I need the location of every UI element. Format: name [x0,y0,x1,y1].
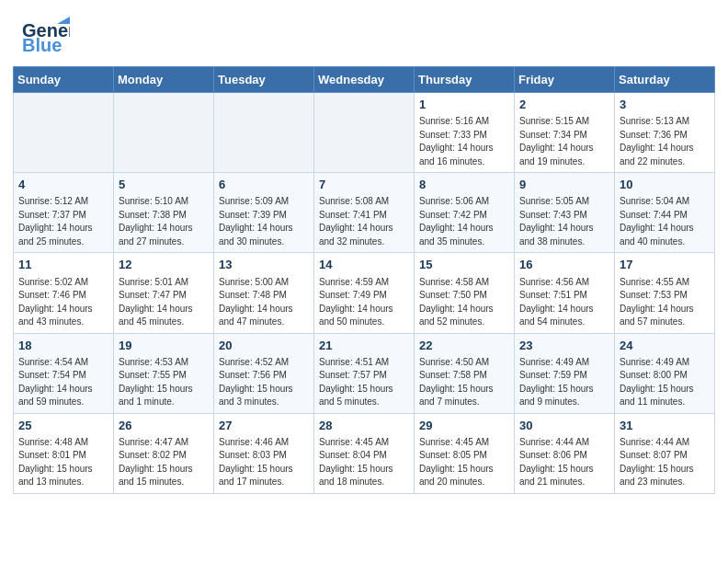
day-number: 26 [119,418,209,434]
day-number: 15 [419,257,509,273]
day-number: 6 [219,177,309,193]
weekday-header-tuesday: Tuesday [214,67,314,93]
weekday-header-row: SundayMondayTuesdayWednesdayThursdayFrid… [14,67,715,93]
logo: General Blue [22,17,70,59]
day-number: 22 [419,338,509,354]
day-number: 5 [119,177,209,193]
day-number: 28 [319,418,409,434]
day-info: Sunrise: 4:55 AMSunset: 7:53 PMDaylight:… [620,276,710,329]
calendar-week-row: 1Sunrise: 5:16 AMSunset: 7:33 PMDaylight… [14,93,715,173]
day-number: 14 [319,257,409,273]
calendar-week-row: 18Sunrise: 4:54 AMSunset: 7:54 PMDayligh… [14,333,715,413]
calendar-cell: 12Sunrise: 5:01 AMSunset: 7:47 PMDayligh… [114,253,214,333]
calendar-cell: 5Sunrise: 5:10 AMSunset: 7:38 PMDaylight… [114,173,214,253]
day-number: 29 [419,418,509,434]
day-info: Sunrise: 5:12 AMSunset: 7:37 PMDaylight:… [18,195,108,248]
day-number: 11 [18,257,108,273]
day-info: Sunrise: 5:16 AMSunset: 7:33 PMDaylight:… [419,115,509,168]
weekday-header-monday: Monday [114,67,214,93]
day-info: Sunrise: 5:00 AMSunset: 7:48 PMDaylight:… [219,276,309,329]
calendar-cell: 24Sunrise: 4:49 AMSunset: 8:00 PMDayligh… [615,333,715,413]
day-info: Sunrise: 4:44 AMSunset: 8:06 PMDaylight:… [519,436,609,489]
calendar-cell: 2Sunrise: 5:15 AMSunset: 7:34 PMDaylight… [515,93,615,173]
calendar-cell: 25Sunrise: 4:48 AMSunset: 8:01 PMDayligh… [14,413,114,493]
day-number: 20 [219,338,309,354]
day-number: 31 [620,418,710,434]
calendar-cell: 6Sunrise: 5:09 AMSunset: 7:39 PMDaylight… [214,173,314,253]
calendar-cell: 17Sunrise: 4:55 AMSunset: 7:53 PMDayligh… [615,253,715,333]
calendar-cell [14,93,114,173]
day-number: 9 [519,177,609,193]
day-info: Sunrise: 4:47 AMSunset: 8:02 PMDaylight:… [119,436,209,489]
calendar-cell: 28Sunrise: 4:45 AMSunset: 8:04 PMDayligh… [314,413,415,493]
calendar-table: SundayMondayTuesdayWednesdayThursdayFrid… [13,66,715,494]
calendar-cell: 31Sunrise: 4:44 AMSunset: 8:07 PMDayligh… [615,413,715,493]
day-number: 3 [620,97,710,113]
day-number: 30 [519,418,609,434]
calendar-cell: 13Sunrise: 5:00 AMSunset: 7:48 PMDayligh… [214,253,314,333]
calendar-cell: 10Sunrise: 5:04 AMSunset: 7:44 PMDayligh… [615,173,715,253]
day-info: Sunrise: 4:51 AMSunset: 7:57 PMDaylight:… [319,356,409,409]
day-info: Sunrise: 4:56 AMSunset: 7:51 PMDaylight:… [519,276,609,329]
day-info: Sunrise: 4:54 AMSunset: 7:54 PMDaylight:… [18,356,108,409]
day-info: Sunrise: 5:09 AMSunset: 7:39 PMDaylight:… [219,195,309,248]
weekday-header-saturday: Saturday [615,67,715,93]
day-info: Sunrise: 4:50 AMSunset: 7:58 PMDaylight:… [419,356,509,409]
day-info: Sunrise: 5:05 AMSunset: 7:43 PMDaylight:… [519,195,609,248]
calendar-cell: 9Sunrise: 5:05 AMSunset: 7:43 PMDaylight… [515,173,615,253]
calendar-week-row: 11Sunrise: 5:02 AMSunset: 7:46 PMDayligh… [14,253,715,333]
day-info: Sunrise: 4:45 AMSunset: 8:05 PMDaylight:… [419,436,509,489]
calendar-cell: 23Sunrise: 4:49 AMSunset: 7:59 PMDayligh… [515,333,615,413]
day-number: 7 [319,177,409,193]
day-number: 1 [419,97,509,113]
calendar-cell: 30Sunrise: 4:44 AMSunset: 8:06 PMDayligh… [515,413,615,493]
day-number: 23 [519,338,609,354]
calendar-cell: 26Sunrise: 4:47 AMSunset: 8:02 PMDayligh… [114,413,214,493]
weekday-header-thursday: Thursday [415,67,515,93]
calendar-cell [314,93,415,173]
calendar-cell: 29Sunrise: 4:45 AMSunset: 8:05 PMDayligh… [415,413,515,493]
calendar-cell: 15Sunrise: 4:58 AMSunset: 7:50 PMDayligh… [415,253,515,333]
calendar-cell: 21Sunrise: 4:51 AMSunset: 7:57 PMDayligh… [314,333,415,413]
day-info: Sunrise: 4:49 AMSunset: 8:00 PMDaylight:… [620,356,710,409]
day-info: Sunrise: 4:59 AMSunset: 7:49 PMDaylight:… [319,276,409,329]
day-number: 24 [620,338,710,354]
day-info: Sunrise: 4:49 AMSunset: 7:59 PMDaylight:… [519,356,609,409]
day-number: 19 [119,338,209,354]
calendar-cell: 14Sunrise: 4:59 AMSunset: 7:49 PMDayligh… [314,253,415,333]
logo-icon: General Blue [22,17,70,59]
day-number: 12 [119,257,209,273]
day-number: 4 [18,177,108,193]
day-number: 10 [620,177,710,193]
calendar-cell: 27Sunrise: 4:46 AMSunset: 8:03 PMDayligh… [214,413,314,493]
weekday-header-wednesday: Wednesday [314,67,415,93]
calendar-cell: 22Sunrise: 4:50 AMSunset: 7:58 PMDayligh… [415,333,515,413]
calendar-cell: 7Sunrise: 5:08 AMSunset: 7:41 PMDaylight… [314,173,415,253]
day-number: 2 [519,97,609,113]
day-info: Sunrise: 4:48 AMSunset: 8:01 PMDaylight:… [18,436,108,489]
calendar-cell: 3Sunrise: 5:13 AMSunset: 7:36 PMDaylight… [615,93,715,173]
calendar-cell: 19Sunrise: 4:53 AMSunset: 7:55 PMDayligh… [114,333,214,413]
svg-text:Blue: Blue [22,35,62,55]
weekday-header-friday: Friday [515,67,615,93]
day-info: Sunrise: 4:45 AMSunset: 8:04 PMDaylight:… [319,436,409,489]
day-info: Sunrise: 4:46 AMSunset: 8:03 PMDaylight:… [219,436,309,489]
calendar-cell: 1Sunrise: 5:16 AMSunset: 7:33 PMDaylight… [415,93,515,173]
day-number: 16 [519,257,609,273]
day-info: Sunrise: 5:10 AMSunset: 7:38 PMDaylight:… [119,195,209,248]
day-info: Sunrise: 5:08 AMSunset: 7:41 PMDaylight:… [319,195,409,248]
day-info: Sunrise: 4:53 AMSunset: 7:55 PMDaylight:… [119,356,209,409]
day-info: Sunrise: 5:15 AMSunset: 7:34 PMDaylight:… [519,115,609,168]
calendar-week-row: 4Sunrise: 5:12 AMSunset: 7:37 PMDaylight… [14,173,715,253]
calendar-cell [114,93,214,173]
calendar-cell: 8Sunrise: 5:06 AMSunset: 7:42 PMDaylight… [415,173,515,253]
day-info: Sunrise: 4:58 AMSunset: 7:50 PMDaylight:… [419,276,509,329]
calendar-wrapper: SundayMondayTuesdayWednesdayThursdayFrid… [0,66,728,507]
day-info: Sunrise: 4:44 AMSunset: 8:07 PMDaylight:… [620,436,710,489]
day-number: 25 [18,418,108,434]
day-number: 13 [219,257,309,273]
calendar-week-row: 25Sunrise: 4:48 AMSunset: 8:01 PMDayligh… [14,413,715,493]
page-header: General Blue [0,0,728,66]
calendar-cell: 4Sunrise: 5:12 AMSunset: 7:37 PMDaylight… [14,173,114,253]
calendar-cell [214,93,314,173]
